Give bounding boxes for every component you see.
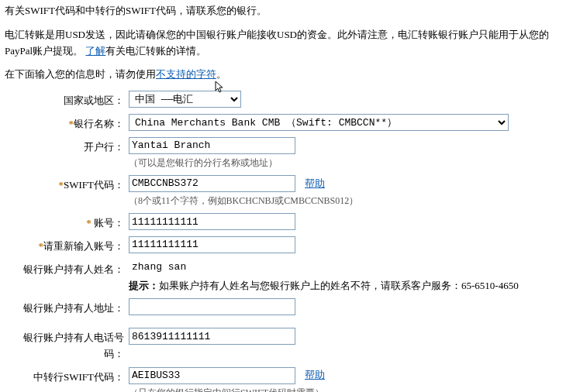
tip-text: 如果账户持有人姓名与您银行账户上的姓名不符，请联系客户服务：65-6510-46… (159, 280, 519, 291)
account-label: 账号： (94, 217, 124, 229)
learn-more-link[interactable]: 了解 (85, 45, 105, 57)
holder-phone-label: 银行账户持有人电话号码： (20, 328, 129, 363)
intro-chars-note: 在下面输入您的信息时，请勿使用不支持的字符。 (5, 67, 575, 83)
account-confirm-label: 请重新输入账号： (43, 240, 124, 252)
branch-label: 开户行： (20, 137, 129, 156)
swift-hint: （8个或11个字符，例如BKCHCNBJ或CMBCCNBS012） (129, 194, 358, 208)
intro-usd-note: 电汇转账是用USD发送，因此请确保您的中国银行账户能接收USD的资金。此外请注意… (5, 27, 575, 60)
inter-swift-hint: （只在您的银行指定中间行SWIFT代码时需要） (129, 386, 325, 392)
holder-name-tip: 提示：如果账户持有人姓名与您银行账户上的姓名不符，请联系客户服务：65-6510… (129, 278, 519, 294)
bank-name-label: 银行名称： (74, 118, 124, 129)
tip-label: 提示： (129, 280, 159, 291)
branch-input[interactable] (129, 137, 295, 154)
intro-usd-suffix: 有关电汇转账的详情。 (105, 45, 206, 57)
holder-name-value: zhang san (132, 260, 519, 276)
inter-swift-help-link[interactable]: 帮助 (305, 367, 325, 383)
inter-swift-label: 中转行SWIFT代码： (20, 367, 129, 386)
swift-label: SWIFT代码： (64, 179, 124, 191)
required-marker: * (86, 217, 91, 229)
account-input[interactable] (129, 213, 295, 230)
holder-phone-input[interactable] (129, 328, 295, 345)
swift-help-link[interactable]: 帮助 (305, 176, 325, 192)
intro-chars-prefix: 在下面输入您的信息时，请勿使用 (5, 68, 156, 80)
intro-swift-note: 有关SWIFT代码和中转行的SWIFT代码，请联系您的银行。 (5, 3, 575, 19)
bank-form: 国家或地区： 中国 ——电汇 *银行名称： China Merchants Ba… (20, 91, 575, 392)
holder-addr-label: 银行账户持有人地址： (20, 298, 129, 317)
bank-name-select[interactable]: China Merchants Bank CMB （Swift: CMBCCN*… (129, 114, 509, 131)
account-confirm-input[interactable] (129, 236, 295, 253)
unsupported-chars-link[interactable]: 不支持的字符 (156, 68, 216, 80)
branch-hint: （可以是您银行的分行名称或地址） (129, 156, 295, 170)
holder-addr-input[interactable] (129, 298, 295, 315)
intro-chars-suffix: 。 (216, 68, 226, 80)
country-label: 国家或地区： (20, 91, 129, 109)
swift-input[interactable] (129, 175, 295, 192)
inter-swift-input[interactable] (129, 367, 295, 384)
holder-name-label: 银行账户持有人姓名： (20, 260, 129, 278)
